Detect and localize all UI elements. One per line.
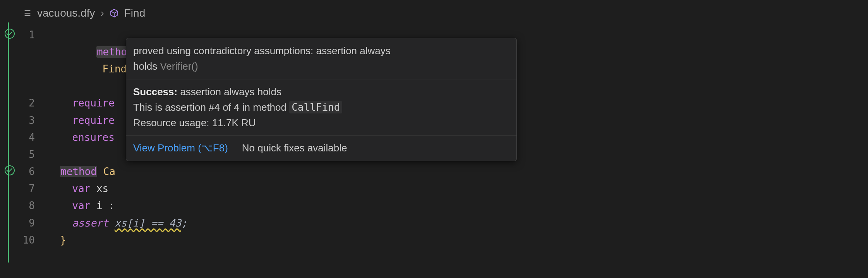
hover-actions: View Problem (⌥F8) No quick fixes availa… [126, 135, 516, 160]
hover-tooltip[interactable]: proved using contradictory assumptions: … [126, 38, 517, 161]
no-quick-fixes-text: No quick fixes available [242, 140, 347, 156]
code-line[interactable]: 8 var i : [0, 197, 868, 214]
breadcrumb[interactable]: vacuous.dfy › Find [0, 0, 868, 26]
line-number: 6 [19, 163, 43, 180]
view-problem-link[interactable]: View Problem (⌥F8) [133, 140, 228, 156]
keyword-method: method [60, 166, 97, 177]
line-number: 1 [19, 26, 43, 43]
line-number: 3 [19, 112, 43, 129]
file-lines-icon [23, 9, 32, 17]
breadcrumb-separator: › [100, 4, 104, 22]
cube-icon [110, 9, 119, 18]
line-number: 9 [19, 215, 43, 232]
assert-expression[interactable]: xs[i] == 43 [115, 217, 181, 229]
line-number: 2 [19, 94, 43, 112]
code-line[interactable]: 6 method Ca [0, 163, 868, 180]
line-number: 7 [19, 180, 43, 197]
line-number: 10 [19, 232, 43, 249]
code-line[interactable]: 7 var xs [0, 180, 868, 197]
hover-message: proved using contradictory assumptions: … [126, 38, 516, 79]
code-line[interactable]: 10 } [0, 232, 868, 249]
line-number: 5 [19, 146, 43, 163]
line-number: 4 [19, 129, 43, 146]
hover-details: Success: assertion always holds This is … [126, 79, 516, 136]
verify-success-icon [5, 29, 15, 39]
breadcrumb-symbol[interactable]: Find [124, 4, 145, 22]
breadcrumb-file[interactable]: vacuous.dfy [37, 4, 95, 22]
function-name: Find [103, 63, 127, 75]
line-number: 8 [19, 197, 43, 214]
code-line[interactable]: 9 assert xs[i] == 43; [0, 215, 868, 232]
verify-success-icon [5, 165, 15, 175]
